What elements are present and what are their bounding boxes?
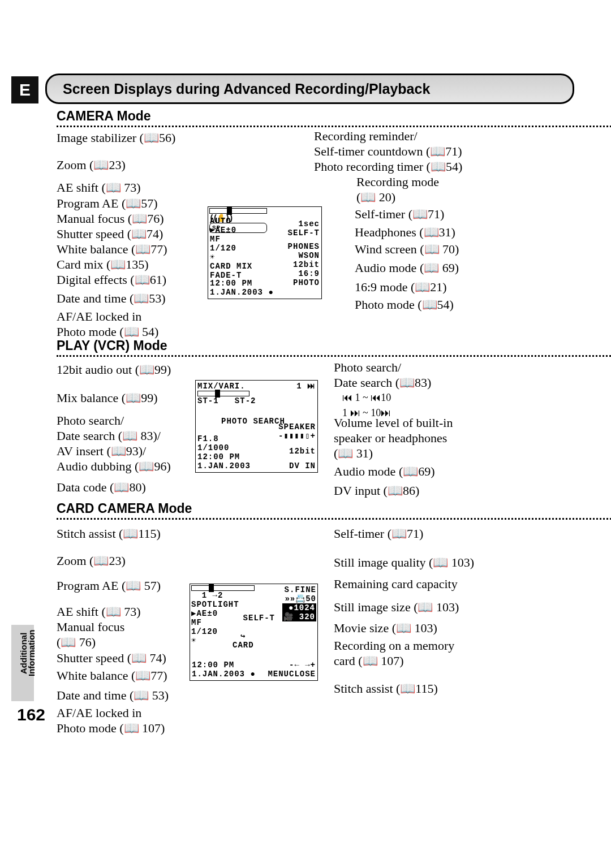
callout-wind-screen: Wind screen (📖 70) [355, 241, 459, 257]
callout-vcr-audio-mode: Audio mode (📖69) [334, 464, 435, 479]
callout-volume: Volume level of built-in speaker or head… [334, 415, 453, 461]
page-number: 162 [17, 705, 45, 724]
callout-headphones: Headphones (📖31) [355, 224, 455, 240]
callout-still-quality: Still image quality (📖 103) [334, 555, 474, 570]
callout-white-balance: White balance (📖77) [57, 241, 167, 257]
callout-rec-card: Recording on a memory card (📖 107) [334, 638, 454, 668]
vcr-lcd: MIX/VARI. ST-1 ST-2 1 ⏭ PHOTO SEARCH SPE… [195, 380, 318, 473]
callout-program-ae: Program AE (📖57) [57, 196, 158, 211]
callout-card-self-timer: Self-timer (📖71) [334, 526, 423, 541]
callout-card-program-ae: Program AE (📖 57) [57, 578, 161, 593]
callout-card-manual-focus: Manual focus (📖 76) [57, 619, 124, 650]
callout-card-mix: Card mix (📖135) [57, 257, 149, 272]
callout-digital-effects: Digital effects (📖61) [57, 272, 166, 287]
callout-ae-shift: AE shift (📖 73) [57, 180, 141, 195]
callout-169-mode: 16:9 mode (📖21) [355, 279, 447, 295]
callout-data-code: Data code (📖80) [57, 480, 146, 495]
callout-photo-date-av-dub: Photo search/ Date search (📖 83)/ AV ins… [57, 413, 171, 474]
callout-audio-mode: Audio mode (📖 69) [355, 260, 459, 275]
camera-lcd: SP AUTO ▶AE±0 MF 1/120 ☀ CARD MIX FADE-T… [208, 206, 322, 299]
callout-photo-mode: Photo mode (📖54) [355, 297, 454, 312]
callout-card-zoom: Zoom (📖23) [57, 553, 126, 568]
callout-date-time: Date and time (📖53) [57, 291, 166, 306]
callout-remaining-capacity: Remaining card capacity [334, 576, 458, 591]
callout-dv-input: DV input (📖86) [334, 483, 419, 498]
callout-stitch-assist-2: Stitch assist (📖115) [334, 681, 438, 696]
callout-movie-size: Movie size (📖 103) [334, 620, 437, 636]
card-mode-title: CARD CAMERA Mode [57, 501, 192, 516]
camera-mode-title: CAMERA Mode [57, 109, 151, 124]
callout-image-stabilizer: Image stabilizer (📖56) [57, 130, 175, 145]
side-section-label: Additional Information [20, 616, 35, 690]
callout-rec-reminder: Recording reminder/ Self-timer countdown… [314, 128, 462, 174]
page-letter-badge: E [11, 76, 38, 103]
callout-card-afae: AF/AE locked in Photo mode (📖 107) [57, 705, 165, 736]
callout-stitch-assist: Stitch assist (📖115) [57, 526, 161, 541]
callout-card-white-balance: White balance (📖77) [57, 668, 167, 683]
callout-self-timer: Self-timer (📖71) [355, 206, 444, 222]
callout-rec-mode: Recording mode (📖 20) [356, 174, 439, 205]
callout-mix-balance: Mix balance (📖99) [57, 390, 158, 405]
callout-card-ae-shift: AE shift (📖 73) [57, 604, 141, 619]
callout-card-shutter-speed: Shutter speed (📖 74) [57, 650, 166, 666]
callout-card-date-time: Date and time (📖 53) [57, 688, 169, 703]
vcr-mode-title: PLAY (VCR) Mode [57, 338, 167, 353]
callout-manual-focus: Manual focus (📖76) [57, 211, 164, 226]
callout-shutter-speed: Shutter speed (📖74) [57, 226, 163, 241]
callout-afae-locked: AF/AE locked in Photo mode (📖 54) [57, 309, 158, 339]
callout-still-size: Still image size (📖 103) [334, 599, 459, 615]
callout-12bit-audio-out: 12bit audio out (📖99) [57, 362, 171, 377]
callout-photo-date-search: Photo search/ Date search (📖83) [334, 360, 431, 390]
section-heading: Screen Displays during Advanced Recordin… [45, 74, 574, 104]
callout-zoom: Zoom (📖23) [57, 157, 126, 172]
card-lcd: 1 →2 SPOTLIGHT ▶AE±0 MF 1/120 ☀ S.FINE »… [190, 584, 318, 681]
